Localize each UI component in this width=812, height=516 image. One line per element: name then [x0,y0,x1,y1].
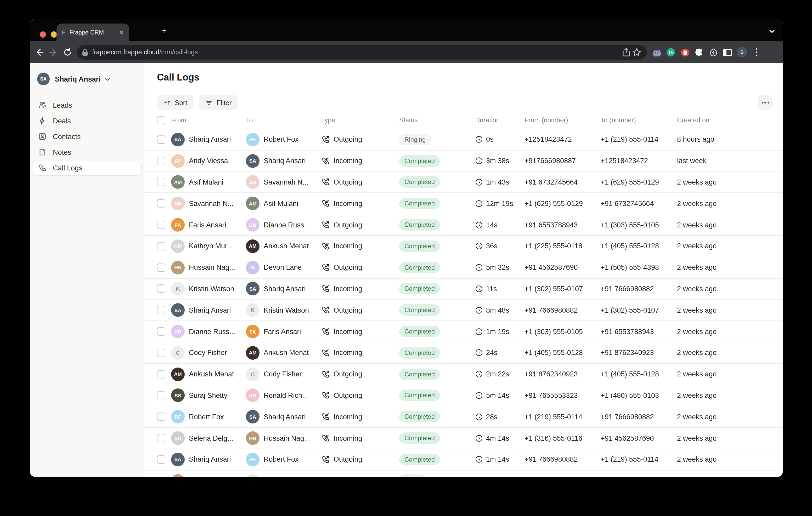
row-checkbox[interactable] [157,413,165,421]
table-row[interactable]: AM Asif Mulani SN Savannah N... Outgoing… [144,172,783,193]
sidebar-item-call-logs[interactable]: Call Logs [32,160,141,175]
table-row[interactable]: SA Shariq Ansari K Kristin Watson Outgoi… [144,300,783,321]
row-checkbox[interactable] [157,455,165,464]
table-row[interactable]: RF Robert Fox SA Shariq Ansari Incoming … [144,406,783,428]
table-row[interactable]: DR Dianne Russ... FA Faris Ansari Incomi… [144,321,783,342]
to-person[interactable]: K Kristin Watson [246,303,321,317]
row-checkbox[interactable] [157,200,165,208]
row-checkbox[interactable] [157,370,165,378]
from-person[interactable]: AV Andy Viessa [171,154,246,168]
table-row[interactable]: FA Faris Ansari DR Dianne Russ... Outgoi… [144,214,783,236]
sidebar-item-notes[interactable]: Notes [32,145,141,159]
from-person[interactable]: SA Shariq Ansari [171,133,246,146]
row-checkbox[interactable] [157,477,165,477]
back-icon[interactable] [34,48,44,57]
to-person[interactable]: AM Asif Mulani [246,197,321,210]
reload-icon[interactable] [63,48,72,57]
col-status[interactable]: Status [399,116,475,124]
select-all-checkbox[interactable] [157,116,165,124]
to-person[interactable]: DL Devon Lane [246,261,321,274]
to-person[interactable]: SA Shariq Ansari [246,154,321,168]
table-row[interactable]: SS Suraj Shetty RR Ronald Rich... Outgoi… [144,385,783,406]
row-checkbox[interactable] [157,391,165,400]
table-row[interactable]: HN Hussain Nag... DL Devon Lane Outgoing… [144,257,783,279]
row-checkbox[interactable] [157,434,165,442]
table-row[interactable]: AM Ankush Menat C Cody Fisher Outgoing C… [144,364,783,385]
row-checkbox[interactable] [157,349,165,357]
table-row-partial[interactable] [144,471,783,477]
bookmark-star-icon[interactable] [632,48,641,57]
table-row[interactable]: SN Savannah N... AM Asif Mulani Incoming… [144,193,783,215]
from-person[interactable]: KM Kathryn Mur... [171,239,246,253]
github-extension-icon[interactable] [652,48,661,57]
minimize-window-button[interactable] [51,31,57,38]
sidebar-item-leads[interactable]: Leads [32,98,141,113]
new-tab-button[interactable]: + [162,27,167,35]
table-row[interactable]: SA Shariq Ansari RF Robert Fox Outgoing … [144,129,783,151]
to-person[interactable]: DR Dianne Russ... [246,218,321,232]
energy-saver-leaf-icon[interactable] [708,48,718,57]
to-person[interactable]: C Cody Fisher [246,367,321,381]
row-checkbox[interactable] [157,221,165,229]
table-row[interactable]: KM Kathryn Mur... AM Ankush Menat Incomi… [144,236,783,257]
address-bar[interactable]: frappecrm.frappe.cloud/crm/call-logs [77,45,647,60]
from-person[interactable]: SS Suraj Shetty [171,389,246,402]
adblock-extension-icon[interactable] [680,48,690,57]
close-window-button[interactable] [40,31,46,38]
more-options-button[interactable] [758,95,773,110]
browser-tab[interactable]: F Frappe CRM ✕ [57,24,129,41]
from-person[interactable]: AM Asif Mulani [171,175,246,189]
from-person[interactable]: SA Shariq Ansari [171,303,246,317]
filter-button[interactable]: Filter [199,95,238,110]
to-person[interactable]: SN Savannah N... [246,175,321,189]
col-to-number[interactable]: To (number) [601,116,677,124]
from-person[interactable]: AM Ankush Menat [171,367,246,381]
row-checkbox[interactable] [157,327,165,336]
extensions-puzzle-icon[interactable] [694,48,704,57]
from-person[interactable]: SA Shariq Ansari [171,453,246,466]
table-row[interactable]: SD Selena Delg... HN Hussain Nag... Inco… [144,428,783,449]
to-person[interactable]: AM Ankush Menat [246,239,321,253]
to-person[interactable]: SA Shariq Ansari [246,410,321,424]
to-person[interactable]: FA Faris Ansari [246,325,321,338]
row-checkbox[interactable] [157,242,165,250]
share-icon[interactable] [621,48,631,57]
to-person[interactable]: SA Shariq Ansari [246,282,321,296]
from-person[interactable]: DR Dianne Russ... [171,325,246,338]
sidebar-toggle-icon[interactable] [723,48,732,57]
from-person[interactable]: RF Robert Fox [171,410,246,424]
table-row[interactable]: K Kristin Watson SA Shariq Ansari Incomi… [144,278,783,300]
sort-button[interactable]: Sort [157,95,194,110]
col-from[interactable]: From [171,116,246,124]
col-created-on[interactable]: Created on [677,116,770,124]
browser-profile-avatar[interactable]: S [737,47,747,58]
from-person[interactable]: K Kristin Watson [171,282,246,296]
sidebar-item-deals[interactable]: Deals [32,114,141,128]
table-row[interactable]: AV Andy Viessa SA Shariq Ansari Incoming… [144,151,783,172]
to-person[interactable]: RF Robert Fox [246,133,321,146]
from-person[interactable]: HN Hussain Nag... [171,261,246,274]
row-checkbox[interactable] [157,135,165,144]
to-person[interactable]: HN Hussain Nag... [246,431,321,445]
col-from-number[interactable]: From (number) [524,116,601,124]
from-person[interactable]: SN Savannah N... [171,197,246,210]
from-person[interactable]: FA Faris Ansari [171,218,246,232]
to-person[interactable]: AM Ankush Menat [246,346,321,360]
sidebar-item-contacts[interactable]: Contacts [32,129,141,144]
tab-search-chevron-icon[interactable] [768,28,775,34]
row-checkbox[interactable] [157,285,165,293]
col-type[interactable]: Type [321,116,399,124]
col-to[interactable]: To [246,116,321,124]
to-person[interactable]: RF Robert Fox [246,453,321,466]
forward-icon[interactable] [49,48,58,57]
row-checkbox[interactable] [157,157,165,165]
user-menu[interactable]: SA Shariq Ansari [32,69,141,88]
table-row[interactable]: C Cody Fisher AM Ankush Menat Incoming C… [144,342,783,364]
col-duration[interactable]: Duration [475,116,524,124]
browser-menu-icon[interactable] [752,48,761,57]
to-person[interactable]: RR Ronald Rich... [246,389,321,402]
tab-close-icon[interactable]: ✕ [119,29,124,36]
from-person[interactable]: SD Selena Delg... [171,431,246,445]
row-checkbox[interactable] [157,306,165,314]
from-person[interactable]: C Cody Fisher [171,346,246,360]
